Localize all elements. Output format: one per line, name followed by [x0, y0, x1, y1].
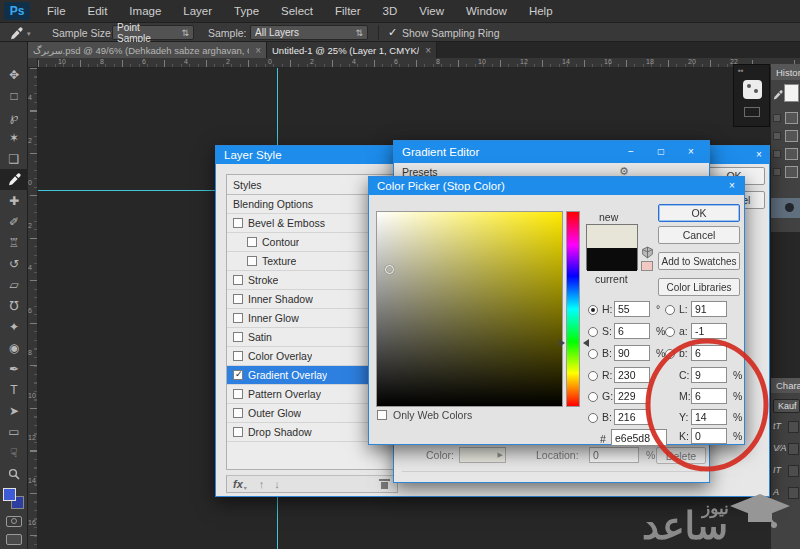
dodge-tool[interactable]: ◉	[0, 337, 28, 358]
radio-G[interactable]	[588, 392, 598, 402]
radio-b[interactable]	[665, 349, 675, 359]
menu-edit[interactable]: Edit	[77, 0, 119, 22]
hue-slider[interactable]	[566, 211, 580, 407]
radio-B[interactable]	[588, 349, 598, 359]
menu-select[interactable]: Select	[270, 0, 324, 22]
eyedropper-tool-icon[interactable]	[10, 27, 23, 42]
pen-tool[interactable]: ✒	[0, 358, 28, 379]
sample-size-dropdown[interactable]: Point Sample⇅	[112, 25, 194, 40]
history-panel-tab[interactable]: Histor	[771, 64, 800, 80]
hand-tool[interactable]: ☟	[0, 442, 28, 463]
gamut-color-swatch[interactable]	[641, 261, 653, 271]
history-snapshot-thumbnail[interactable]	[784, 84, 799, 102]
menu-file[interactable]: File	[36, 0, 77, 22]
field-input-C[interactable]	[691, 367, 727, 383]
checkbox-icon[interactable]	[233, 294, 243, 304]
panel-icon[interactable]	[744, 107, 760, 117]
character-setting-input[interactable]	[788, 443, 799, 455]
eyedropper-tool[interactable]	[0, 169, 28, 190]
hue-marker-right-icon[interactable]	[583, 339, 589, 347]
field-input-K[interactable]	[691, 428, 727, 444]
checkbox-icon[interactable]	[233, 275, 243, 285]
fx-button[interactable]: fx	[233, 478, 243, 490]
show-sampling-ring-checkbox[interactable]: ✓	[388, 26, 397, 39]
history-state-checkbox[interactable]	[773, 114, 781, 122]
marquee-tool[interactable]: □	[0, 85, 28, 106]
dock-collapse-icon[interactable]: ▪▪	[738, 66, 744, 75]
tab-close-icon[interactable]: ×	[425, 45, 431, 56]
delete-effect-button[interactable]	[380, 479, 389, 489]
field-input-S[interactable]	[614, 323, 650, 339]
radio-S[interactable]	[588, 327, 598, 337]
checkbox-icon[interactable]	[233, 218, 243, 228]
field-input-M[interactable]	[691, 388, 727, 404]
menu-filter[interactable]: Filter	[324, 0, 372, 22]
menu-3d[interactable]: 3D	[372, 0, 409, 22]
close-icon[interactable]: ×	[751, 148, 767, 162]
tool-preset-caret-icon[interactable]: ▾	[27, 30, 31, 38]
field-input-L[interactable]	[691, 301, 727, 317]
zoom-tool[interactable]	[0, 463, 28, 484]
ok-button[interactable]: OK	[658, 204, 740, 222]
add-to-swatches-button[interactable]: Add to Swatches	[658, 252, 740, 270]
field-input-H[interactable]	[614, 301, 650, 317]
foreground-color-swatch[interactable]	[3, 488, 16, 501]
color-field[interactable]	[376, 211, 563, 407]
field-input-Y[interactable]	[691, 409, 727, 425]
only-web-colors-checkbox[interactable]	[377, 410, 387, 420]
sample-dropdown[interactable]: All Layers⇅	[250, 25, 368, 40]
stop-color-swatch[interactable]: ▶	[459, 447, 506, 463]
history-state-checkbox[interactable]	[773, 150, 781, 158]
character-setting-input[interactable]	[788, 465, 799, 477]
radio-a[interactable]	[665, 327, 675, 337]
radio-R[interactable]	[588, 371, 598, 381]
history-state-thumbnail[interactable]	[785, 148, 798, 160]
tab-close-icon[interactable]: ×	[255, 45, 261, 56]
menu-image[interactable]: Image	[118, 0, 172, 22]
menu-layer[interactable]: Layer	[172, 0, 223, 22]
close-icon[interactable]: ×	[683, 145, 699, 159]
hex-input[interactable]	[611, 429, 667, 446]
screen-mode-button[interactable]	[6, 534, 22, 545]
character-setting-input[interactable]	[788, 421, 799, 433]
eraser-tool[interactable]: ▱	[0, 274, 28, 295]
history-state-thumbnail[interactable]	[785, 130, 798, 142]
panel-icon[interactable]	[743, 80, 762, 99]
minimize-icon[interactable]: −	[623, 145, 639, 159]
quick-mask-button[interactable]	[6, 516, 22, 527]
move-effect-down-button[interactable]: ↓	[274, 478, 280, 490]
font-family-dropdown[interactable]: Kauf	[773, 399, 800, 413]
field-input-B[interactable]	[614, 409, 650, 425]
document-tab-active[interactable]: Untitled-1 @ 25% (Layer 1, CMYK/8) * ×	[267, 42, 437, 58]
character-panel-tab[interactable]: Chara	[771, 378, 800, 393]
checkbox-icon[interactable]	[247, 237, 257, 247]
history-state-thumbnail[interactable]	[785, 166, 798, 178]
stop-location-input[interactable]	[589, 447, 639, 463]
field-input-a[interactable]	[691, 323, 727, 339]
clone-stamp-tool[interactable]: ♖	[0, 232, 28, 253]
color-libraries-button[interactable]: Color Libraries	[658, 278, 740, 296]
checkbox-icon[interactable]	[233, 389, 243, 399]
shape-tool[interactable]: ▭	[0, 421, 28, 442]
close-icon[interactable]: ×	[724, 179, 740, 193]
checkbox-icon[interactable]	[233, 332, 243, 342]
field-input-G[interactable]	[614, 388, 650, 404]
history-state-thumbnail[interactable]	[785, 112, 798, 124]
lasso-tool[interactable]: ℘	[0, 106, 28, 127]
maximize-icon[interactable]: ▢	[653, 145, 669, 159]
radio-L[interactable]	[665, 305, 675, 315]
menu-type[interactable]: Type	[223, 0, 270, 22]
history-state-selected[interactable]	[771, 198, 800, 218]
document-tab-inactive[interactable]: سربرگ.psd @ 49/6% (Dehkadeh sabze arghav…	[28, 42, 267, 58]
checkbox-icon[interactable]	[233, 313, 243, 323]
hue-marker-left-icon[interactable]	[559, 339, 565, 347]
menu-help[interactable]: Help	[518, 0, 564, 22]
move-effect-up-button[interactable]: ↑	[259, 478, 265, 490]
history-state-checkbox[interactable]	[773, 168, 781, 176]
menu-window[interactable]: Window	[455, 0, 518, 22]
character-setting-input[interactable]	[788, 487, 799, 499]
left-ruler[interactable]: 420246810121416	[28, 68, 38, 549]
healing-brush-tool[interactable]: ✚	[0, 190, 28, 211]
history-state-checkbox[interactable]	[773, 132, 781, 140]
field-input-B[interactable]	[614, 345, 650, 361]
